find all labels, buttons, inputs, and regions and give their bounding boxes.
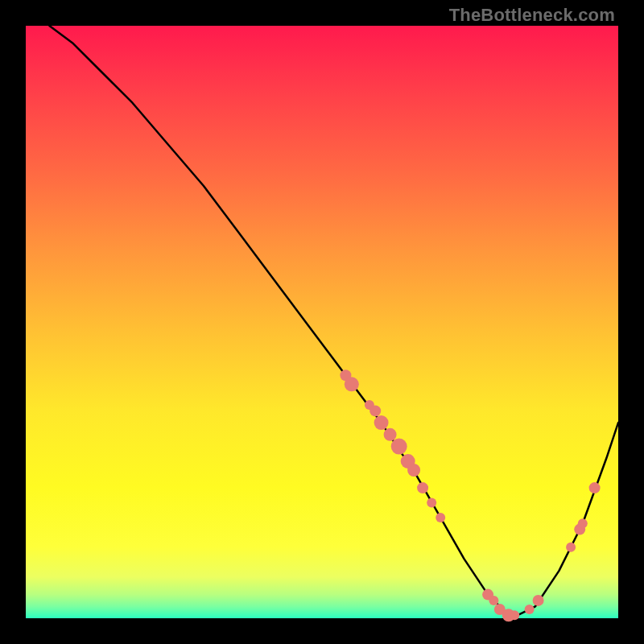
curve-marker — [566, 543, 576, 552]
curve-marker — [533, 595, 544, 606]
curve-marker — [391, 439, 407, 455]
chart-frame — [26, 26, 618, 618]
curve-marker — [417, 482, 428, 493]
curve-marker — [345, 377, 359, 391]
curve-marker — [369, 405, 381, 416]
curve-marker — [427, 498, 436, 508]
curve-marker — [407, 464, 420, 477]
bottleneck-curve — [49, 26, 618, 618]
curve-marker — [374, 415, 389, 430]
curve-marker — [384, 428, 397, 441]
curve-marker — [510, 610, 519, 620]
curve-marker — [436, 513, 445, 522]
curve-marker — [578, 518, 588, 528]
curve-markers — [340, 369, 600, 621]
curve-marker — [525, 605, 535, 614]
chart-svg — [26, 26, 618, 618]
attribution-label: TheBottleneck.com — [449, 5, 615, 26]
curve-marker — [489, 596, 498, 605]
curve-marker — [589, 482, 601, 493]
